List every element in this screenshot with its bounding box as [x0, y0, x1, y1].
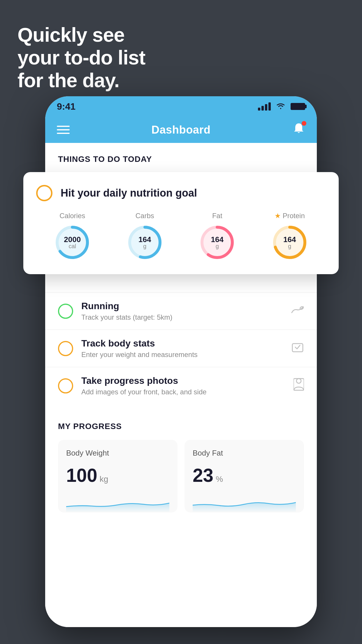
person-icon	[294, 378, 304, 393]
body-fat-chart	[193, 492, 296, 512]
body-weight-unit: kg	[100, 475, 108, 484]
progress-header: MY PROGRESS	[58, 422, 304, 431]
hero-text: Quickly see your to-do list for the day.	[17, 23, 145, 92]
protein-label: ★ Protein	[275, 212, 305, 220]
list-section: Running Track your stats (target: 5km) T…	[45, 292, 317, 404]
body-weight-label: Body Weight	[66, 449, 169, 458]
status-time: 9:41	[57, 101, 75, 112]
status-bar: 9:41	[45, 96, 317, 117]
carbs-donut: 164 g	[126, 223, 164, 261]
fat-value: 164	[211, 236, 224, 243]
running-subtitle: Track your stats (target: 5km)	[81, 313, 283, 321]
calories-value: 2000	[64, 236, 81, 243]
bodystats-subtitle: Enter your weight and measurements	[81, 351, 283, 359]
star-icon: ★	[275, 212, 281, 220]
carbs-unit: g	[138, 243, 151, 249]
running-icon	[291, 304, 304, 318]
status-icons	[258, 102, 305, 112]
floating-nutrition-card: Hit your daily nutrition goal Calories 2…	[23, 172, 339, 274]
body-fat-card: Body Fat 23 %	[184, 440, 304, 512]
fat-item: Fat 164 g	[198, 212, 236, 261]
nutrition-card-title: Hit your daily nutrition goal	[61, 187, 197, 199]
carbs-item: Carbs 164 g	[126, 212, 164, 261]
bodystats-check-circle	[58, 341, 73, 356]
body-weight-value: 100	[66, 465, 97, 486]
calories-donut: 2000 cal	[53, 223, 91, 261]
fat-donut: 164 g	[198, 223, 236, 261]
nav-title: Dashboard	[152, 124, 211, 136]
running-title: Running	[81, 301, 283, 312]
protein-donut: 164 g	[271, 223, 309, 261]
body-weight-card: Body Weight 100 kg	[58, 440, 178, 512]
protein-item: ★ Protein 164 g	[271, 212, 309, 261]
photos-subtitle: Add images of your front, back, and side	[81, 388, 285, 396]
protein-value: 164	[283, 236, 296, 243]
carbs-label: Carbs	[136, 212, 154, 220]
list-item-photos[interactable]: Take progress photos Add images of your …	[45, 367, 317, 404]
svg-point-2	[296, 379, 301, 383]
bell-icon[interactable]	[292, 122, 305, 138]
running-check-circle	[58, 304, 73, 319]
body-fat-unit: %	[216, 475, 223, 484]
calories-item: Calories 2000 cal	[53, 212, 91, 261]
nutrition-check-circle	[36, 185, 52, 201]
nutrition-row: Calories 2000 cal Carbs	[36, 212, 326, 261]
photos-check-circle	[58, 378, 73, 393]
progress-section: MY PROGRESS Body Weight 100 kg	[45, 404, 317, 512]
progress-cards: Body Weight 100 kg	[58, 440, 304, 512]
battery-icon	[291, 103, 305, 110]
bodystats-title: Track body stats	[81, 338, 283, 349]
fat-unit: g	[211, 243, 224, 249]
carbs-value: 164	[138, 236, 151, 243]
wifi-icon	[275, 102, 286, 112]
body-weight-chart	[66, 492, 169, 512]
signal-icon	[258, 102, 271, 111]
calories-unit: cal	[64, 243, 81, 249]
scale-icon	[291, 341, 304, 356]
section-header: THINGS TO DO TODAY	[45, 143, 317, 170]
body-fat-value: 23	[193, 465, 213, 486]
photos-title: Take progress photos	[81, 375, 285, 386]
list-item-body-stats[interactable]: Track body stats Enter your weight and m…	[45, 330, 317, 367]
nav-bar: Dashboard	[45, 117, 317, 143]
list-item-running[interactable]: Running Track your stats (target: 5km)	[45, 292, 317, 330]
calories-label: Calories	[59, 212, 85, 220]
hamburger-menu[interactable]	[57, 126, 70, 134]
fat-label: Fat	[212, 212, 222, 220]
protein-unit: g	[283, 243, 296, 249]
body-fat-label: Body Fat	[193, 449, 296, 458]
